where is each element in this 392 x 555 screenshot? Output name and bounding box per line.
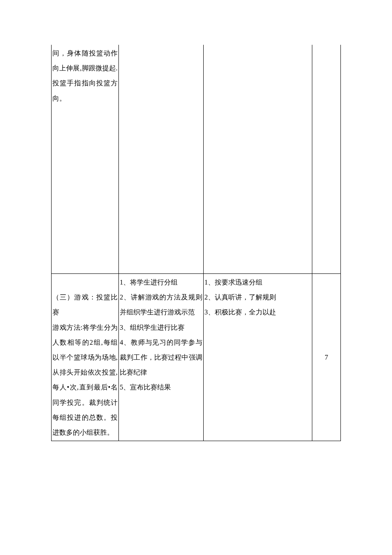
table-row: 间，身体随投篮动作向上伸展,脚跟微提起.投篮手指指向投篮方向。 (52, 45, 341, 274)
cell-r2-c2: 1、将学生进行分组 2、讲解游戏的方法及规则并组织学生进行游戏示范 3、组织学生… (119, 274, 204, 441)
cell-text: 1、按要求迅速分组 2、认真听讲，了解规则 3、积极比赛，全力以赴 (204, 274, 312, 321)
cell-text: （三）游戏：投篮比赛 游戏方法:将学生分为人数相等的2组,每组以半个篮球场为场地… (52, 274, 118, 441)
cell-r2-c4: 7 (312, 274, 341, 441)
cell-r1-c1: 间，身体随投篮动作向上伸展,脚跟微提起.投篮手指指向投篮方向。 (52, 45, 119, 274)
cell-text: 1、将学生进行分组 2、讲解游戏的方法及规则并组织学生进行游戏示范 3、组织学生… (119, 274, 203, 396)
cell-r1-c2 (119, 45, 204, 274)
table-row: （三）游戏：投篮比赛 游戏方法:将学生分为人数相等的2组,每组以半个篮球场为场地… (52, 274, 341, 441)
teacher-step: 2、讲解游戏的方法及规则并组织学生进行游戏示范 (120, 290, 202, 320)
student-step: 3、积极比赛，全力以赴 (205, 305, 311, 320)
duration-value: 7 (312, 350, 340, 365)
teacher-step: 5、宣布比赛结果 (120, 380, 202, 395)
cell-r1-c4 (312, 45, 341, 274)
student-step: 2、认真听讲，了解规则 (205, 290, 311, 305)
cell-r1-c3 (203, 45, 312, 274)
cell-r2-c1: （三）游戏：投篮比赛 游戏方法:将学生分为人数相等的2组,每组以半个篮球场为场地… (52, 274, 119, 441)
student-step: 1、按要求迅速分组 (205, 275, 311, 290)
game-title: （三）游戏：投篮比赛 (52, 293, 118, 316)
lesson-plan-table: 间，身体随投篮动作向上伸展,脚跟微提起.投篮手指指向投篮方向。 （三）游戏：投篮… (51, 45, 341, 441)
teacher-step: 3、组织学生进行比赛 (120, 320, 202, 335)
cell-text: 间，身体随投篮动作向上伸展,脚跟微提起.投篮手指指向投篮方向。 (52, 45, 118, 107)
page-container: 间，身体随投篮动作向上伸展,脚跟微提起.投篮手指指向投篮方向。 （三）游戏：投篮… (51, 45, 341, 441)
cell-r2-c3: 1、按要求迅速分组 2、认真听讲，了解规则 3、积极比赛，全力以赴 (203, 274, 312, 441)
game-method: 游戏方法:将学生分为人数相等的2组,每组以半个篮球场为场地,从排头开始依次投篮,… (52, 320, 118, 440)
teacher-step: 4、教师与见习的同学参与裁判工作，比赛过程中强调比赛纪律 (120, 335, 202, 380)
teacher-step: 1、将学生进行分组 (120, 275, 202, 290)
